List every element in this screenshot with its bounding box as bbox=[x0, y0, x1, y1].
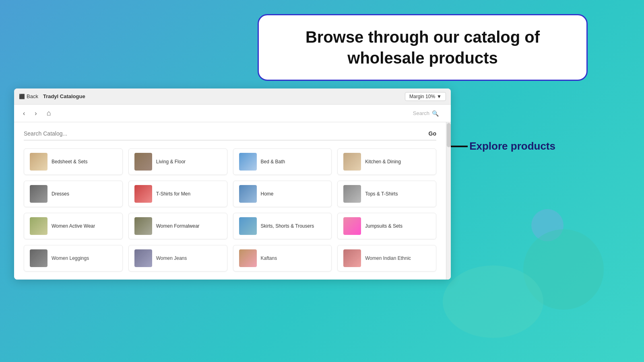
category-thumb-jumpsuits bbox=[343, 217, 361, 235]
category-thumb-bed-bath bbox=[239, 153, 257, 171]
title-bar: ⬛ Back Tradyl Catalogue Margin 10% ▼ bbox=[14, 88, 451, 105]
category-thumb-skirts bbox=[239, 217, 257, 235]
category-name-jumpsuits: Jumpsuits & Sets bbox=[365, 223, 402, 229]
category-card-kitchen[interactable]: Kitchen & Dining bbox=[337, 148, 436, 175]
category-name-tshirts-men: T-Shirts for Men bbox=[156, 191, 190, 197]
nav-search-icon: 🔍 bbox=[432, 110, 439, 117]
category-thumb-tshirts-men bbox=[134, 185, 152, 203]
window-title: Tradyl Catalogue bbox=[43, 93, 400, 99]
category-thumb-kaftans bbox=[239, 249, 257, 267]
category-thumb-women-formal bbox=[134, 217, 152, 235]
nav-search-placeholder: Search bbox=[413, 110, 429, 116]
category-card-skirts[interactable]: Skirts, Shorts & Trousers bbox=[233, 213, 332, 239]
scrollbar[interactable] bbox=[446, 122, 451, 280]
category-thumb-women-active bbox=[30, 217, 47, 235]
category-name-living: Living & Floor bbox=[156, 159, 186, 165]
forward-nav-button[interactable]: › bbox=[32, 108, 39, 119]
category-name-women-leggings: Women Leggings bbox=[52, 255, 89, 261]
category-name-dresses: Dresses bbox=[52, 191, 69, 197]
category-name-home: Home bbox=[261, 191, 274, 197]
back-icon: ⬛ bbox=[19, 94, 25, 99]
category-thumb-home bbox=[239, 185, 257, 203]
category-grid: Bedsheet & SetsLiving & FloorBed & BathK… bbox=[24, 148, 436, 272]
category-name-bedsheet: Bedsheet & Sets bbox=[52, 159, 87, 165]
catalog-content: Go Bedsheet & SetsLiving & FloorBed & Ba… bbox=[14, 122, 446, 280]
back-nav-button[interactable]: ‹ bbox=[21, 108, 27, 119]
category-thumb-tops bbox=[343, 185, 361, 203]
category-name-kaftans: Kaftans bbox=[261, 255, 277, 261]
content-area: Go Bedsheet & SetsLiving & FloorBed & Ba… bbox=[14, 122, 451, 280]
category-name-women-active: Women Active Wear bbox=[52, 223, 95, 229]
category-card-dresses[interactable]: Dresses bbox=[24, 181, 123, 207]
category-card-women-ethnic[interactable]: Women Indian Ethnic bbox=[337, 245, 436, 272]
category-name-kitchen: Kitchen & Dining bbox=[365, 159, 401, 165]
category-card-home[interactable]: Home bbox=[233, 181, 332, 207]
nav-bar: ‹ › ⌂ Search 🔍 bbox=[14, 105, 451, 122]
category-card-tops[interactable]: Tops & T-Shirts bbox=[337, 181, 436, 207]
scrollbar-thumb bbox=[447, 123, 451, 147]
back-button[interactable]: ⬛ Back bbox=[19, 93, 38, 99]
category-card-jumpsuits[interactable]: Jumpsuits & Sets bbox=[337, 213, 436, 239]
category-card-women-leggings[interactable]: Women Leggings bbox=[24, 245, 123, 272]
category-name-skirts: Skirts, Shorts & Trousers bbox=[261, 223, 314, 229]
nav-search-bar: Search 🔍 bbox=[413, 110, 439, 117]
explore-text: Explore products bbox=[469, 140, 555, 152]
bg-decoration-circle-3 bbox=[443, 265, 543, 338]
category-name-women-jeans: Women Jeans bbox=[156, 255, 187, 261]
category-card-tshirts-men[interactable]: T-Shirts for Men bbox=[128, 181, 227, 207]
category-name-women-formal: Women Formalwear bbox=[156, 223, 200, 229]
category-name-bed-bath: Bed & Bath bbox=[261, 159, 285, 165]
category-thumb-women-leggings bbox=[30, 249, 47, 267]
catalog-search-row: Go bbox=[24, 130, 436, 140]
category-thumb-kitchen bbox=[343, 153, 361, 171]
catalog-window: ⬛ Back Tradyl Catalogue Margin 10% ▼ ‹ ›… bbox=[14, 88, 451, 280]
go-button[interactable]: Go bbox=[429, 130, 436, 137]
catalog-search-input[interactable] bbox=[24, 130, 429, 137]
home-nav-button[interactable]: ⌂ bbox=[44, 107, 54, 119]
category-thumb-women-jeans bbox=[134, 249, 152, 267]
category-card-women-formal[interactable]: Women Formalwear bbox=[128, 213, 227, 239]
category-name-tops: Tops & T-Shirts bbox=[365, 191, 398, 197]
category-thumb-women-ethnic bbox=[343, 249, 361, 267]
callout-box: Browse through our catalog of wholesale … bbox=[258, 14, 588, 81]
category-card-women-active[interactable]: Women Active Wear bbox=[24, 213, 123, 239]
margin-button[interactable]: Margin 10% ▼ bbox=[405, 92, 446, 101]
category-card-women-jeans[interactable]: Women Jeans bbox=[128, 245, 227, 272]
callout-text: Browse through our catalog of wholesale … bbox=[275, 27, 570, 68]
category-card-bed-bath[interactable]: Bed & Bath bbox=[233, 148, 332, 175]
category-card-kaftans[interactable]: Kaftans bbox=[233, 245, 332, 272]
category-thumb-living bbox=[134, 153, 152, 171]
category-thumb-dresses bbox=[30, 185, 47, 203]
category-card-living[interactable]: Living & Floor bbox=[128, 148, 227, 175]
category-thumb-bedsheet bbox=[30, 153, 47, 171]
category-name-women-ethnic: Women Indian Ethnic bbox=[365, 255, 411, 261]
category-card-bedsheet[interactable]: Bedsheet & Sets bbox=[24, 148, 123, 175]
